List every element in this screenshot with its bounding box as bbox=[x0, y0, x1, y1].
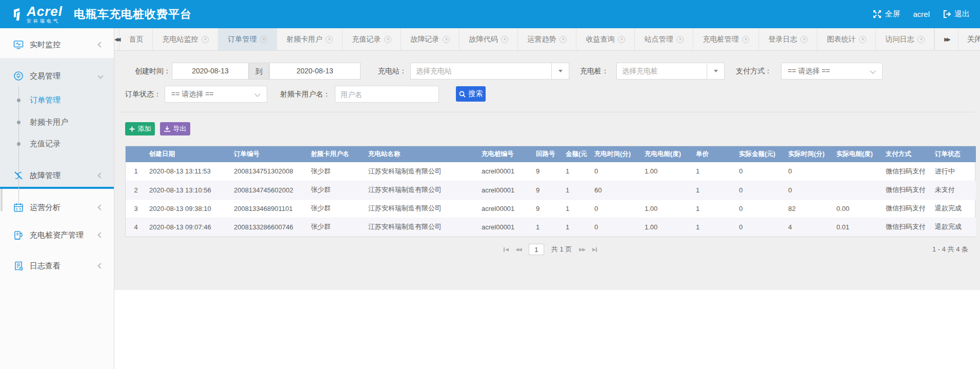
search-button[interactable]: 搜索 bbox=[456, 86, 486, 102]
table-row[interactable]: 2 2020-08-13 13:10:56 2008134745602002 张… bbox=[126, 181, 976, 199]
col-seq[interactable] bbox=[126, 146, 146, 162]
tab-revenue-query[interactable]: 收益查询× bbox=[576, 28, 635, 50]
pile-dropdown-button[interactable] bbox=[707, 63, 724, 79]
tab-close-icon[interactable]: × bbox=[326, 36, 333, 43]
tab-station-monitor[interactable]: 充电站监控× bbox=[153, 28, 218, 50]
tab-login-logs[interactable]: 登录日志× bbox=[759, 28, 817, 50]
col-rfid-user[interactable]: 射频卡用户名 bbox=[308, 146, 365, 162]
col-station-name[interactable]: 充电站名称 bbox=[365, 146, 478, 162]
cell-charge-energy: 1.00 bbox=[642, 199, 693, 218]
pile-combobox[interactable]: 选择充电桩 bbox=[616, 63, 725, 80]
tab-close-icon[interactable]: × bbox=[917, 36, 925, 43]
tab-close-icon[interactable]: × bbox=[443, 36, 450, 43]
sidebar-item-label: 充电桩资产管理 bbox=[30, 230, 84, 240]
table-row[interactable]: 1 2020-08-13 13:11:53 2008134751302008 张… bbox=[126, 162, 976, 181]
tab-close-icon[interactable]: × bbox=[859, 36, 866, 43]
logout-button[interactable]: 退出 bbox=[939, 7, 973, 21]
rfid-username-input[interactable] bbox=[335, 86, 439, 103]
sidebar-subitem-order-mgmt[interactable]: 订单管理 bbox=[0, 90, 114, 110]
tab-chart-stats[interactable]: 图表统计× bbox=[817, 28, 876, 50]
pay-method-select[interactable]: == 请选择 == bbox=[781, 63, 883, 80]
order-status-label: 订单状态： bbox=[114, 86, 161, 103]
tab-close-icon[interactable]: × bbox=[742, 36, 749, 43]
pager-last-icon[interactable]: ▶ bbox=[592, 247, 597, 252]
col-order-status[interactable]: 订单状态 bbox=[932, 146, 976, 162]
tab-rfid-users[interactable]: 射频卡用户× bbox=[277, 28, 343, 50]
tab-recharge-records[interactable]: 充值记录× bbox=[343, 28, 401, 50]
page-number-input[interactable] bbox=[529, 244, 544, 255]
cell-actual-energy bbox=[833, 162, 883, 181]
col-actual-amount[interactable]: 实际金额(元) bbox=[736, 146, 785, 162]
tab-operation-trends[interactable]: 运营趋势× bbox=[518, 28, 576, 50]
sidebar-item-realtime-monitor[interactable]: 实时监控 bbox=[0, 34, 114, 55]
cell-create-date: 2020-08-13 13:11:53 bbox=[146, 162, 231, 181]
cell-amount: 1 bbox=[563, 218, 591, 236]
sidebar-item-pile-asset-mgmt[interactable]: 充电桩资产管理 bbox=[0, 225, 114, 245]
tab-close-icon[interactable]: × bbox=[559, 36, 567, 43]
col-amount[interactable]: 金额(元 bbox=[563, 146, 591, 162]
pager-first-icon[interactable]: ◀ bbox=[504, 247, 508, 252]
col-actual-energy[interactable]: 实际电能(度) bbox=[833, 146, 883, 162]
tab-home[interactable]: 首页 bbox=[119, 28, 153, 50]
export-button[interactable]: 导出 bbox=[160, 122, 190, 135]
fullscreen-button[interactable]: 全屏 bbox=[870, 7, 903, 21]
tabs-scroll-left-icon[interactable]: ◀◀ bbox=[114, 28, 119, 50]
tab-pile-mgmt[interactable]: 充电桩管理× bbox=[693, 28, 759, 50]
station-combobox[interactable]: 选择充电站 bbox=[410, 63, 569, 80]
add-button[interactable]: 添加 bbox=[125, 122, 155, 135]
col-charge-energy[interactable]: 充电电能(度) bbox=[642, 146, 693, 162]
sidebar-subitem-recharge-records[interactable]: 充值记录 bbox=[0, 133, 114, 154]
tab-fault-records[interactable]: 故障记录× bbox=[401, 28, 459, 50]
col-actual-time[interactable]: 实际时间(分) bbox=[785, 146, 833, 162]
pager-prev-icon[interactable]: ◀◀ bbox=[515, 247, 522, 252]
order-status-select[interactable]: == 请选择 == bbox=[165, 86, 267, 103]
close-operations-menu[interactable]: 关闭操作 bbox=[958, 28, 980, 50]
tab-close-icon[interactable]: × bbox=[618, 36, 625, 43]
tab-visit-logs[interactable]: 访问日志× bbox=[876, 28, 934, 50]
tabs-scroll-right-icon[interactable]: ▶▶ bbox=[934, 28, 958, 50]
logo-subtext: 安科瑞电气 bbox=[27, 19, 63, 24]
chevron-left-icon bbox=[97, 172, 103, 178]
sidebar-subitem-rfid-users[interactable]: 射频卡用户 bbox=[0, 112, 114, 132]
col-pile-no[interactable]: 充电桩编号 bbox=[478, 146, 533, 162]
sidebar-item-log-view[interactable]: 日志查看 bbox=[0, 256, 114, 276]
col-circuit-no[interactable]: 回路号 bbox=[533, 146, 563, 162]
pager-next-icon[interactable]: ▶▶ bbox=[579, 247, 585, 252]
col-pay-method[interactable]: 支付方式 bbox=[883, 146, 932, 162]
col-order-no[interactable]: 订单编号 bbox=[231, 146, 308, 162]
tab-fault-codes[interactable]: 故障代码× bbox=[459, 28, 518, 50]
sidebar-item-operation-analysis[interactable]: 运营分析 bbox=[0, 197, 114, 218]
date-to-input[interactable]: 2020-08-13 bbox=[269, 63, 361, 80]
col-create-date[interactable]: 创建日期 bbox=[146, 146, 231, 162]
station-dropdown-button[interactable] bbox=[551, 63, 569, 79]
sidebar-item-label: 故障管理 bbox=[30, 171, 61, 181]
col-charge-time[interactable]: 充电时间(分) bbox=[591, 146, 642, 162]
cell-unit-price: 1 bbox=[693, 162, 736, 181]
tab-site-mgmt[interactable]: 站点管理× bbox=[635, 28, 693, 50]
cell-station-name: 江苏安科瑞制造有限公司 bbox=[365, 162, 478, 181]
cell-pile-no: acrel00001 bbox=[478, 218, 533, 236]
tab-close-icon[interactable]: × bbox=[260, 36, 267, 43]
tab-close-icon[interactable]: × bbox=[676, 36, 684, 43]
cell-amount: 1 bbox=[563, 162, 591, 181]
tab-close-icon[interactable]: × bbox=[384, 36, 391, 43]
tab-close-icon[interactable]: × bbox=[801, 36, 808, 43]
cell-order-no: 2008133468901101 bbox=[231, 199, 308, 218]
sidebar-item-fault-mgmt[interactable]: 故障管理 bbox=[0, 165, 114, 186]
cell-actual-energy: 0.00 bbox=[833, 199, 883, 218]
cell-order-no: 2008134745602002 bbox=[231, 181, 308, 199]
cell-amount: 1 bbox=[563, 181, 591, 199]
username-button[interactable]: acrel bbox=[908, 8, 935, 21]
sidebar-item-label: 日志查看 bbox=[30, 261, 61, 271]
tab-close-icon[interactable]: × bbox=[202, 36, 209, 43]
date-from-input[interactable]: 2020-08-13 bbox=[172, 63, 249, 80]
table-row[interactable]: 3 2020-08-13 09:38:10 2008133468901101 张… bbox=[126, 199, 976, 218]
tab-close-icon[interactable]: × bbox=[501, 36, 508, 43]
cell-pile-no: acrel00001 bbox=[478, 181, 533, 199]
cell-rfid-user: 张少群 bbox=[308, 199, 365, 218]
sidebar-item-transaction-mgmt[interactable]: 交易管理 bbox=[0, 66, 114, 86]
tab-order-mgmt[interactable]: 订单管理× bbox=[218, 28, 277, 50]
cell-charge-energy: 1.00 bbox=[642, 218, 693, 236]
col-unit-price[interactable]: 单价 bbox=[693, 146, 736, 162]
table-row[interactable]: 4 2020-08-13 09:07:46 2008133286600746 张… bbox=[126, 218, 976, 236]
